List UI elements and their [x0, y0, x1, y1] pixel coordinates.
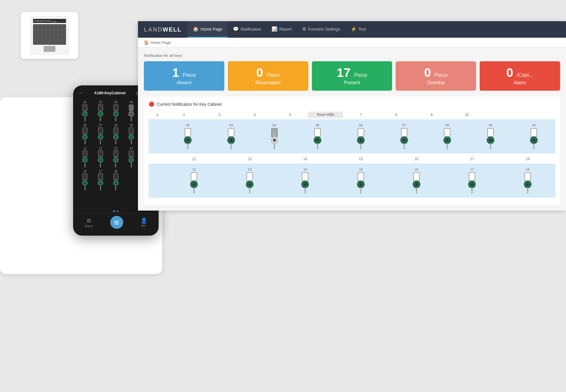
- key-cell-10[interactable]: 10: [512, 122, 555, 150]
- nav-notification[interactable]: 💬 Notification: [228, 21, 266, 38]
- tablet-nav-query[interactable]: ⊞ Query: [85, 217, 93, 228]
- grid-header-row1: y 2 3 4 5 Room #906 7 8 9 10: [149, 112, 555, 118]
- stat-alarm-number: 0 /Cabi...: [506, 67, 534, 79]
- grid-header-col9: 10: [449, 112, 485, 118]
- grid-header2-col0: [149, 156, 166, 162]
- cabinet-header: 🔴 Current Notification for Key Cabinet: [149, 101, 555, 107]
- stat-absent-number: 1 Piece: [172, 67, 196, 79]
- stat-alarm-label: Alarm: [514, 80, 526, 85]
- grid-header2-col3: 14: [277, 156, 333, 162]
- stat-alarm[interactable]: 0 /Cabi... Alarm: [480, 61, 560, 91]
- tablet-key-01[interactable]: 01: [78, 101, 91, 121]
- key-cell-04[interactable]: 04: [253, 122, 296, 150]
- stats-row: 1 Piece Absent 0 Piece Reservation 17 Pi…: [144, 61, 560, 91]
- key-cell-14[interactable]: 14: [277, 166, 333, 195]
- stat-present-number: 17 Piece: [337, 67, 367, 79]
- tablet-key-11[interactable]: 11: [78, 147, 91, 167]
- stat-present[interactable]: 17 Piece Present: [312, 61, 392, 91]
- tablet-key-02[interactable]: 02: [94, 101, 107, 121]
- cabinet-alert-icon: 🔴: [149, 101, 154, 107]
- report-icon: 📊: [272, 26, 277, 32]
- key-cell-16[interactable]: 16: [389, 166, 444, 195]
- nav-function-settings[interactable]: ⚙ Function Settings: [297, 21, 345, 38]
- key-cell-18[interactable]: 18: [500, 166, 555, 195]
- tablet-key-04[interactable]: 04: [125, 101, 138, 121]
- breadcrumb-home-label[interactable]: Home Page: [151, 40, 171, 45]
- nav-report[interactable]: 📊 Report: [266, 21, 297, 38]
- stat-absent-label: Absent: [177, 80, 191, 85]
- breadcrumb-home-icon: 🏠: [144, 40, 149, 45]
- stat-absent[interactable]: 1 Piece Absent: [144, 61, 224, 91]
- tablet-key-09[interactable]: 09: [125, 124, 138, 144]
- grid-header-col4: 5: [272, 112, 308, 118]
- cabinet-section: 🔴 Current Notification for Key Cabinet y…: [144, 97, 560, 205]
- breadcrumb: 🏠 Home Page: [138, 38, 566, 47]
- tablet-key-07[interactable]: 07: [94, 124, 107, 144]
- grid-header-col7: 8: [379, 112, 414, 118]
- key-cell-06[interactable]: 06: [339, 122, 383, 150]
- key-row-1: 02 03: [149, 119, 555, 153]
- tablet-title: A180-KeyCabinet: [94, 91, 126, 95]
- grid-header-col8: 9: [414, 112, 449, 118]
- key-cell-03[interactable]: 03: [210, 122, 253, 150]
- grid-header-col2: 3: [202, 112, 237, 118]
- tablet-back-icon[interactable]: ←: [78, 90, 84, 96]
- physical-device: Key Management System: [21, 12, 78, 59]
- grid-header-col1: 2: [166, 112, 202, 118]
- grid-header2-col4: 15: [333, 156, 389, 162]
- stat-present-label: Present: [344, 80, 360, 85]
- key-row-2-label: [149, 166, 166, 195]
- key-cell-05[interactable]: 05: [296, 122, 339, 150]
- tablet-key-17[interactable]: 17: [94, 170, 107, 190]
- key-cell-08[interactable]: 08: [426, 122, 469, 150]
- tablet-key-08[interactable]: 08: [109, 124, 122, 144]
- grid-header2-col1: 12: [166, 156, 222, 162]
- key-cell-15[interactable]: 15: [333, 166, 389, 195]
- stat-overdue[interactable]: 0 Piece Overdue: [396, 61, 476, 91]
- test-icon: ⚡: [351, 26, 357, 32]
- grid-header-col0: y: [149, 112, 166, 118]
- stat-overdue-number: 0 Piece: [424, 67, 448, 79]
- tablet-key-06[interactable]: 06: [78, 124, 91, 144]
- tablet-key-03[interactable]: 03: [109, 101, 122, 121]
- settings-icon: ⚙: [302, 26, 306, 32]
- key-cell-09[interactable]: 09: [469, 122, 512, 150]
- key-row-1-label: [149, 122, 166, 150]
- home-icon: 🏠: [193, 26, 199, 32]
- nav-test[interactable]: ⚡ Test: [345, 21, 371, 38]
- navbar: LANDWELL 🏠 Home Page 💬 Notification 📊 Re…: [138, 21, 566, 38]
- content-area: Notification for all keys 1 Piece Absent…: [138, 47, 566, 211]
- key-cell-17[interactable]: 17: [444, 166, 500, 195]
- nav-home[interactable]: 🏠 Home Page: [187, 21, 228, 38]
- notification-icon: 💬: [233, 26, 239, 32]
- tablet-key-16[interactable]: 16: [78, 170, 91, 190]
- key-cell-02[interactable]: 02: [166, 122, 210, 150]
- grid-header2-col6: 17: [444, 156, 500, 162]
- tablet-key-18[interactable]: 18: [109, 170, 122, 190]
- grid-header-col3: 4: [237, 112, 272, 118]
- grid-header2-col5: 16: [389, 156, 444, 162]
- cabinet-section-title: Current Notification for Key Cabinet: [157, 102, 222, 107]
- stat-reservation[interactable]: 0 Piece Reservation: [228, 61, 308, 91]
- key-cell-13[interactable]: 13: [222, 166, 278, 195]
- notification-label: Notification for all keys: [144, 53, 560, 58]
- brand-logo: LANDWELL: [144, 26, 182, 33]
- stat-reservation-label: Reservation: [256, 80, 281, 85]
- grid-header2-col2: 13: [222, 156, 278, 162]
- tablet-dot-1: [113, 210, 115, 212]
- tablet-key-14[interactable]: 14: [125, 147, 138, 167]
- grid-header-room906: Room #906: [308, 112, 343, 118]
- grid-header-col6: 7: [343, 112, 379, 118]
- tablet-nav-home[interactable]: ⊞: [110, 216, 123, 229]
- tablet-key-12[interactable]: 12: [94, 147, 107, 167]
- grid-header-row2: 12 13 14 15 16 17 18: [149, 156, 555, 162]
- stat-overdue-label: Overdue: [427, 80, 445, 85]
- main-interface: LANDWELL 🏠 Home Page 💬 Notification 📊 Re…: [138, 21, 566, 211]
- tablet-bottom-nav: ⊞ Query ⊞ 👤 MY: [76, 213, 156, 231]
- key-cell-07[interactable]: 07: [382, 122, 426, 150]
- grid-header2-col7: 18: [500, 156, 555, 162]
- key-cell-12[interactable]: 12: [166, 166, 222, 195]
- tablet-nav-my[interactable]: 👤 MY: [141, 217, 147, 228]
- tablet-key-13[interactable]: 13: [109, 147, 122, 167]
- tablet-dot-2: [117, 210, 119, 212]
